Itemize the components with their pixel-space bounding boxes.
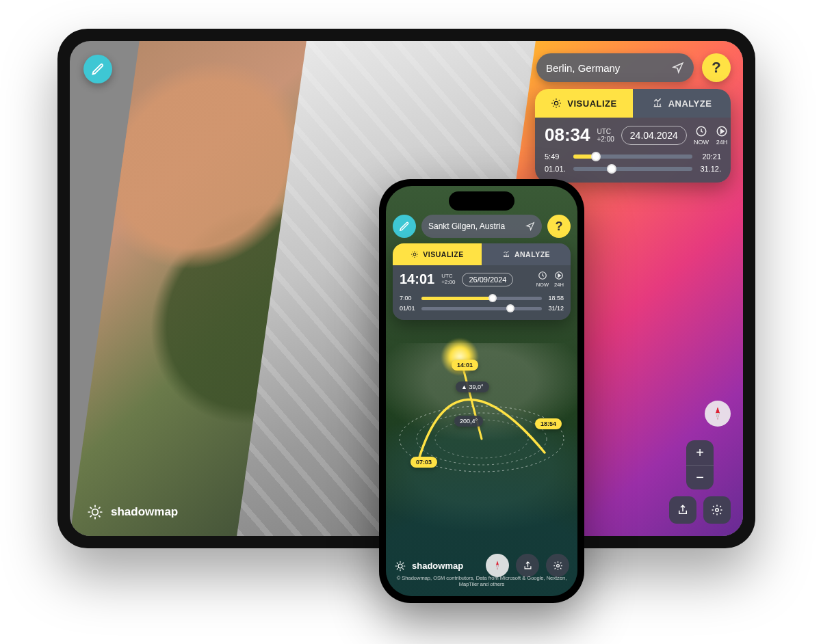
- time-slider-start: 7:00: [400, 295, 417, 301]
- time-slider[interactable]: 5:49 20:21: [545, 152, 721, 161]
- datetime-controls: 08:34 UTC +2:00 24.04.2024 NOW 24H: [535, 118, 731, 183]
- brand-logo: shadowmap: [394, 560, 569, 572]
- phone-frame: Sankt Gilgen, Austria ? VISUALIZE ANALYZ…: [379, 179, 584, 603]
- zoom-in-button[interactable]: +: [686, 440, 714, 465]
- svg-point-0: [555, 101, 558, 105]
- clock-icon: [695, 125, 707, 137]
- time-value[interactable]: 08:34: [545, 124, 590, 146]
- edit-button[interactable]: [393, 215, 416, 238]
- brand-logo: shadowmap: [86, 503, 178, 521]
- date-slider-end: 31/12: [546, 305, 564, 312]
- search-text: Berlin, Germany: [546, 62, 620, 74]
- time-panel: VISUALIZE ANALYZE 14:01 UTC +2:00 26/09/…: [393, 243, 571, 320]
- play-24h-button[interactable]: 24H: [554, 271, 564, 288]
- svg-point-3: [716, 509, 719, 512]
- settings-button[interactable]: [703, 496, 731, 524]
- analyze-icon: [502, 250, 510, 258]
- logo-icon: [86, 503, 104, 521]
- phone-notch: [449, 191, 514, 211]
- tab-analyze[interactable]: ANALYZE: [482, 243, 571, 265]
- time-slider-end: 18:58: [546, 295, 564, 301]
- time-slider-end: 20:21: [698, 152, 721, 161]
- date-slider-start: 01.01.: [545, 165, 568, 173]
- now-button[interactable]: NOW: [536, 271, 549, 288]
- phone-footer: shadowmap © Shadowmap, OSM contributors,…: [386, 554, 577, 597]
- tab-visualize-label: VISUALIZE: [567, 98, 616, 109]
- svg-point-5: [413, 253, 416, 256]
- time-slider[interactable]: 7:00 18:58: [400, 295, 564, 301]
- clock-icon: [538, 271, 547, 280]
- time-panel: VISUALIZE ANALYZE 08:34 UTC +2:00 24.04.…: [535, 89, 731, 183]
- timezone-label: UTC +2:00: [597, 128, 614, 143]
- tab-visualize-label: VISUALIZE: [423, 250, 463, 258]
- share-button[interactable]: [669, 496, 696, 524]
- datetime-controls: 14:01 UTC +2:00 26/09/2024 NOW 24H: [393, 265, 571, 320]
- date-slider-end: 31.12.: [698, 165, 721, 173]
- tab-analyze-label: ANALYZE: [668, 98, 712, 109]
- search-field[interactable]: Sankt Gilgen, Austria: [421, 215, 542, 238]
- help-button[interactable]: ?: [702, 53, 731, 82]
- play-icon: [716, 125, 728, 137]
- edit-button[interactable]: [83, 55, 112, 83]
- zoom-controls: + −: [686, 440, 714, 489]
- help-label: ?: [556, 219, 563, 234]
- sun-icon: [410, 250, 419, 258]
- now-button[interactable]: NOW: [694, 125, 709, 146]
- date-picker[interactable]: 26/09/2024: [462, 273, 513, 286]
- mode-tabs: VISUALIZE ANALYZE: [535, 89, 731, 118]
- date-picker[interactable]: 24.04.2024: [621, 126, 687, 145]
- compass-icon: [710, 406, 725, 421]
- time-slider-start: 5:49: [545, 152, 568, 161]
- logo-icon: [394, 560, 406, 572]
- tab-analyze[interactable]: ANALYZE: [633, 89, 731, 118]
- tab-visualize[interactable]: VISUALIZE: [535, 89, 633, 118]
- date-slider-start: 01/01: [400, 305, 417, 312]
- locate-icon[interactable]: [672, 62, 684, 74]
- date-slider[interactable]: 01.01. 31.12.: [545, 165, 721, 173]
- svg-point-13: [398, 564, 402, 568]
- share-icon: [677, 504, 689, 516]
- time-value[interactable]: 14:01: [400, 271, 434, 287]
- help-button[interactable]: ?: [547, 215, 571, 238]
- play-icon: [554, 271, 564, 280]
- help-label: ?: [712, 59, 720, 77]
- date-slider[interactable]: 01/01 31/12: [400, 305, 564, 312]
- pencil-icon: [91, 62, 105, 76]
- tab-analyze-label: ANALYZE: [514, 250, 550, 258]
- view-controls: + −: [669, 440, 731, 524]
- search-field[interactable]: Berlin, Germany: [536, 53, 694, 82]
- timezone-label: UTC +2:00: [441, 273, 455, 286]
- search-text: Sankt Gilgen, Austria: [428, 222, 505, 231]
- map-credits: © Shadowmap, OSM contributors, Data from…: [394, 575, 569, 589]
- zoom-out-button[interactable]: −: [686, 465, 714, 489]
- locate-icon[interactable]: [525, 222, 535, 231]
- phone-screen: Sankt Gilgen, Austria ? VISUALIZE ANALYZ…: [386, 186, 577, 596]
- tab-visualize[interactable]: VISUALIZE: [393, 243, 482, 265]
- analyze-icon: [652, 98, 663, 109]
- pencil-icon: [399, 221, 410, 232]
- gear-icon: [711, 504, 723, 516]
- compass-button[interactable]: [705, 401, 731, 427]
- svg-point-4: [92, 509, 99, 515]
- mode-tabs: VISUALIZE ANALYZE: [393, 243, 571, 265]
- play-24h-button[interactable]: 24H: [716, 125, 728, 146]
- sun-icon: [551, 98, 562, 109]
